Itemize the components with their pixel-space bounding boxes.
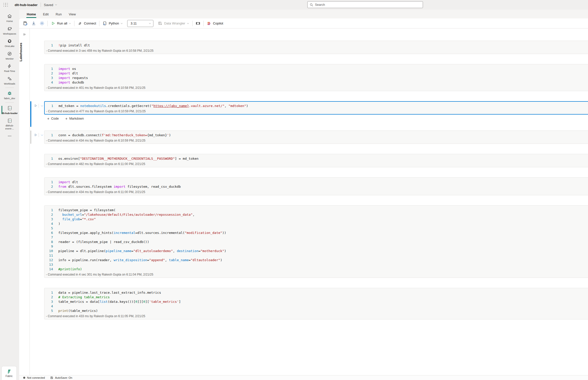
cell-gutter-controls [33,132,44,138]
sidebar-item-dbthub-event[interactable]: </> dbthub-event-... [0,116,19,131]
lakehouses-panel-collapsed: Lakehouses [19,29,30,380]
search-box[interactable] [307,1,423,8]
sidebar-item-fabric-dev[interactable]: fabric_dev [0,89,19,101]
code-text: os.environ["DESTINATION__MOTHERDUCK__CRE… [53,156,199,161]
plus-icon: + [65,117,68,120]
line-number: 14 [44,267,53,272]
line-number: 2 [44,184,53,189]
code-line: 1!pip install dlt [44,43,588,48]
add-cell-row: + Code + Markdown [47,117,588,120]
code-line: 3 file_glob="*.csv" [44,217,588,222]
code-text: ) [53,222,60,226]
export-button[interactable] [30,20,38,27]
connection-status-label: Not connected [27,376,45,379]
line-number: 10 [44,249,53,253]
collapse-cell-button[interactable] [39,103,44,108]
sidebar-item-real-time[interactable]: Real-Time [0,62,19,74]
add-markdown-cell-button[interactable]: + Markdown [65,117,84,120]
sidebar-item-more[interactable] [0,131,19,141]
add-code-cell-button[interactable]: + Code [47,117,59,120]
collapse-cell-button[interactable] [39,132,44,138]
connect-button[interactable]: Connect [76,20,98,27]
data-wrangler-button-label: Data Wrangler [164,21,185,25]
sidebar-item-label: dbthub-event-... [2,124,18,130]
frame-button[interactable] [194,20,202,27]
run-all-button[interactable]: Run all [49,20,73,27]
sidebar-item-monitor[interactable]: Monitor [0,49,19,62]
code-line: 5 [44,226,588,231]
cell-editor[interactable]: 1!pip install dlt- Command executed in 3… [44,41,588,54]
notebook-cell-7: 1filesystem_pipe = filesystem(2 bucket_u… [44,205,588,278]
cell-hover-bar [30,130,31,144]
code-text: filesystem_pipe.apply_hints(incremental=… [53,231,226,235]
tab-home[interactable]: Home [23,11,39,18]
copilot-button-label: Copilot [213,21,223,25]
sidebar-item-label: OneLake [5,45,15,48]
code-line: 1data = pipeline.last_trace.last_extract… [44,290,588,295]
code-line: 2 bucket_url="/lakehouse/default/Files/a… [44,212,588,217]
gutter-divider [39,104,39,108]
cell-editor[interactable]: 1filesystem_pipe = filesystem(2 bucket_u… [44,205,588,278]
notebook-cell-3: 1md_token = notebookutils.credentials.ge… [44,101,588,120]
sidebar-item-home[interactable]: Home [0,12,19,24]
code-line: 2from dlt.sources.filesystem import file… [44,184,588,189]
sidebar-item-workspaces[interactable]: Workspaces [0,24,19,37]
settings-button[interactable] [38,20,46,27]
save-status-dropdown[interactable]: Saved [44,3,57,7]
tab-edit[interactable]: Edit [39,11,52,18]
sidebar-item-onelake[interactable]: OneLake [0,37,19,49]
search-input[interactable] [315,3,421,7]
code-text: bucket_url="/lakehouse/default/Files/aut… [53,212,195,217]
plug-icon [77,21,82,26]
cell-editor[interactable]: 1md_token = notebookutils.credentials.ge… [44,101,588,115]
line-number: 1 [44,43,53,48]
notebook-icon: </> [7,105,12,111]
sidebar-divider [5,102,14,103]
cell-editor[interactable]: 1os.environ["DESTINATION__MOTHERDUCK__CR… [44,154,588,167]
run-cell-button[interactable] [33,103,38,108]
save-button[interactable] [21,20,30,27]
line-number: 2 [44,212,53,217]
code-text: md_token = notebookutils.credentials.get… [53,104,248,108]
chevron-down-icon [120,22,123,25]
code-text: info = pipeline.run(reader, write_dispos… [53,258,222,262]
line-number: 12 [44,258,53,262]
language-button[interactable]: Python [101,20,125,27]
realtime-icon [7,63,12,69]
save-status-label: Saved [44,3,53,7]
panel-title-vertical[interactable]: Lakehouses [19,43,23,61]
run-cell-button[interactable] [33,132,38,138]
sidebar-item-dlt-hub-loader[interactable]: </> dlt-hub-loader [0,104,19,116]
cell-editor[interactable]: 1import dlt2from dlt.sources.filesystem … [44,177,588,195]
sidebar-item-label: Monitor [6,57,14,60]
line-number: 13 [44,262,53,267]
run-all-button-label: Run all [57,21,67,25]
expand-panel-button[interactable] [21,31,28,38]
toolbar-divider [99,21,99,26]
line-number: 4 [44,222,53,226]
app-launcher-button[interactable] [0,0,12,10]
chevron-down-icon [69,22,71,25]
code-line: 4) [44,222,588,226]
tab-view[interactable]: View [65,11,79,18]
plus-icon: + [47,117,49,120]
line-number: 8 [44,240,53,244]
cell-editor[interactable]: 1conn = duckdb.connect(f'md:?motherduck_… [44,130,588,144]
copilot-button[interactable]: Copilot [205,20,225,27]
line-number: 9 [44,244,53,249]
tab-run[interactable]: Run [52,11,65,18]
fabric-brand-button[interactable]: Fabric [2,366,16,380]
cell-editor[interactable]: 1data = pipeline.last_trace.last_extract… [44,288,588,319]
waffle-icon [4,3,8,7]
toolbar-divider [203,21,204,26]
sidebar-item-workloads[interactable]: Workloads [0,74,19,87]
code-text: import dlt [53,180,78,184]
gutter-divider [39,133,39,137]
code-text [53,253,58,258]
cell-selection-bar [30,101,31,127]
svg-text:</>: </> [9,107,11,109]
cell-editor[interactable]: 1import os2import dlt3import requests4im… [44,64,588,91]
kernel-select[interactable]: 3.11 [127,20,153,27]
code-line: 3import requests [44,76,588,80]
chevron-down-icon [187,22,189,25]
